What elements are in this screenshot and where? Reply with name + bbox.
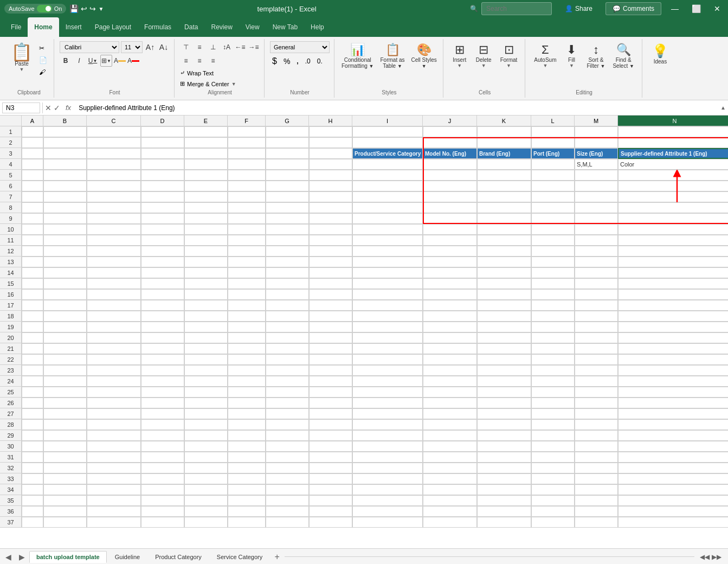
cell-H32[interactable] xyxy=(309,463,352,473)
cell-J20[interactable] xyxy=(423,332,477,343)
tab-review[interactable]: Review xyxy=(204,17,239,37)
tab-nav-scroll-left[interactable]: ◀◀ xyxy=(700,553,710,561)
autosave-toggle[interactable]: AutoSave On xyxy=(4,4,66,14)
cell-C19[interactable] xyxy=(87,322,141,332)
cell-F8[interactable] xyxy=(228,202,266,213)
col-header-J[interactable]: J xyxy=(423,116,477,126)
cell-H34[interactable] xyxy=(309,484,352,495)
cell-J17[interactable] xyxy=(423,300,477,311)
cell-N11[interactable] xyxy=(618,235,728,246)
cell-A18[interactable] xyxy=(22,311,43,322)
cell-L30[interactable] xyxy=(531,441,575,452)
align-bottom-button[interactable]: ⊥ xyxy=(207,41,219,53)
cell-L26[interactable] xyxy=(531,398,575,408)
cell-A22[interactable] xyxy=(22,354,43,365)
undo-arrow-icon[interactable]: ↪ xyxy=(89,4,96,13)
format-painter-button[interactable]: 🖌 xyxy=(37,67,49,77)
cell-N34[interactable] xyxy=(618,484,728,495)
cell-K25[interactable] xyxy=(477,387,531,398)
cell-H6[interactable] xyxy=(309,181,352,191)
cell-K36[interactable] xyxy=(477,506,531,517)
align-left-button[interactable]: ≡ xyxy=(180,55,192,67)
row-number[interactable]: 1 xyxy=(0,126,22,137)
cell-E3[interactable] xyxy=(184,148,228,159)
cell-M20[interactable] xyxy=(575,332,618,343)
cell-E26[interactable] xyxy=(184,398,228,408)
cell-E2[interactable] xyxy=(184,137,228,148)
row-number[interactable]: 31 xyxy=(0,452,22,463)
cell-L7[interactable] xyxy=(531,191,575,202)
bold-button[interactable]: B xyxy=(60,55,72,67)
cell-L3[interactable]: Port (Eng) xyxy=(531,148,575,159)
cell-H20[interactable] xyxy=(309,332,352,343)
cell-H21[interactable] xyxy=(309,343,352,354)
cell-C5[interactable] xyxy=(87,170,141,181)
cell-K32[interactable] xyxy=(477,463,531,473)
cell-A30[interactable] xyxy=(22,441,43,452)
cell-L16[interactable] xyxy=(531,289,575,300)
cell-L24[interactable] xyxy=(531,376,575,387)
cell-K34[interactable] xyxy=(477,484,531,495)
cell-D35[interactable] xyxy=(141,495,184,506)
cell-B18[interactable] xyxy=(43,311,87,322)
row-number[interactable]: 29 xyxy=(0,430,22,441)
cell-B13[interactable] xyxy=(43,257,87,267)
comments-button[interactable]: 💬 Comments xyxy=(605,2,661,15)
cell-A25[interactable] xyxy=(22,387,43,398)
cell-J7[interactable] xyxy=(423,191,477,202)
cell-K2[interactable] xyxy=(477,137,531,148)
cell-E17[interactable] xyxy=(184,300,228,311)
cell-F26[interactable] xyxy=(228,398,266,408)
cell-G29[interactable] xyxy=(266,430,309,441)
cell-N33[interactable] xyxy=(618,473,728,484)
cell-F2[interactable] xyxy=(228,137,266,148)
cell-B7[interactable] xyxy=(43,191,87,202)
cell-L18[interactable] xyxy=(531,311,575,322)
col-header-N[interactable]: N xyxy=(618,116,728,126)
cell-I21[interactable] xyxy=(352,343,423,354)
cell-M34[interactable] xyxy=(575,484,618,495)
cell-D17[interactable] xyxy=(141,300,184,311)
cell-C23[interactable] xyxy=(87,365,141,376)
cell-C17[interactable] xyxy=(87,300,141,311)
add-sheet-button[interactable]: + xyxy=(270,550,284,563)
cell-D28[interactable] xyxy=(141,419,184,430)
cell-A29[interactable] xyxy=(22,430,43,441)
cell-I18[interactable] xyxy=(352,311,423,322)
row-number[interactable]: 8 xyxy=(0,202,22,213)
cell-E11[interactable] xyxy=(184,235,228,246)
cell-J15[interactable] xyxy=(423,278,477,289)
cell-H8[interactable] xyxy=(309,202,352,213)
cell-I15[interactable] xyxy=(352,278,423,289)
cell-G19[interactable] xyxy=(266,322,309,332)
cell-B37[interactable] xyxy=(43,517,87,528)
cell-M2[interactable] xyxy=(575,137,618,148)
cell-E5[interactable] xyxy=(184,170,228,181)
cell-A12[interactable] xyxy=(22,246,43,257)
cell-L2[interactable] xyxy=(531,137,575,148)
cell-G13[interactable] xyxy=(266,257,309,267)
cell-D2[interactable] xyxy=(141,137,184,148)
row-number[interactable]: 13 xyxy=(0,257,22,267)
font-family-select[interactable]: Calibri xyxy=(60,41,119,53)
cell-G17[interactable] xyxy=(266,300,309,311)
cell-E24[interactable] xyxy=(184,376,228,387)
cell-J36[interactable] xyxy=(423,506,477,517)
cell-C28[interactable] xyxy=(87,419,141,430)
cell-G18[interactable] xyxy=(266,311,309,322)
paste-button[interactable]: 📋 Paste ▼ xyxy=(9,41,35,74)
cell-C34[interactable] xyxy=(87,484,141,495)
cell-M4[interactable]: S,M,L xyxy=(575,159,618,170)
cell-J2[interactable] xyxy=(423,137,477,148)
find-select-button[interactable]: 🔍 Find & Select ▼ xyxy=(609,41,637,70)
cell-D9[interactable] xyxy=(141,213,184,224)
cell-J21[interactable] xyxy=(423,343,477,354)
cell-I25[interactable] xyxy=(352,387,423,398)
cell-N12[interactable] xyxy=(618,246,728,257)
cell-K35[interactable] xyxy=(477,495,531,506)
row-number[interactable]: 22 xyxy=(0,354,22,365)
cell-F37[interactable] xyxy=(228,517,266,528)
col-header-I[interactable]: I xyxy=(352,116,423,126)
cell-N2[interactable] xyxy=(618,137,728,148)
cell-N22[interactable] xyxy=(618,354,728,365)
